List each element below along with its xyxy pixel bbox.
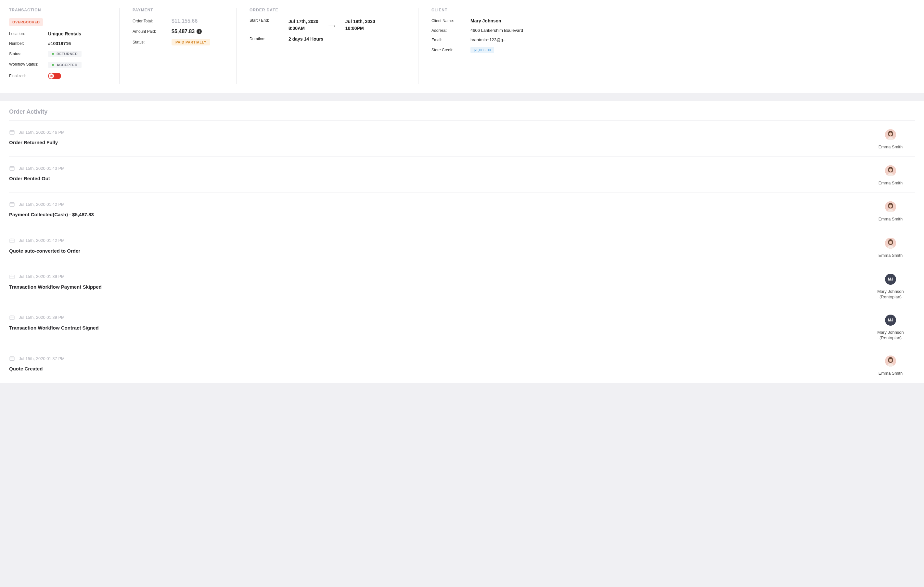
avatar[interactable] <box>885 165 896 176</box>
activity-user-name: Emma Smith <box>878 253 903 258</box>
activity-item: Jul 15th, 2020 01:39 PMTransaction Workf… <box>9 265 915 306</box>
activity-user-sub: (Rentopian) <box>879 294 902 299</box>
svg-point-42 <box>889 359 892 362</box>
calendar-icon <box>9 274 15 280</box>
activity-description: Payment Collected(Cash) - $5,487.83 <box>9 212 866 217</box>
activity-item: Jul 15th, 2020 01:37 PMQuote Created Emm… <box>9 347 915 383</box>
calendar-icon <box>9 355 15 361</box>
amount-paid-value: $5,487.83 <box>172 29 195 35</box>
start-date-block: Jul 17th, 2020 8:00AM <box>289 18 318 32</box>
calendar-icon <box>9 238 15 243</box>
location-value: Unique Rentals <box>48 31 81 36</box>
order-total-value: $11,155.66 <box>172 18 198 24</box>
activity-item: Jul 15th, 2020 01:46 PMOrder Returned Fu… <box>9 120 915 156</box>
start-end-label: Start / End: <box>249 18 289 23</box>
activity-user-name: Emma Smith <box>878 216 903 222</box>
duration-value: 2 days 14 Hours <box>289 36 323 41</box>
activity-description: Quote Created <box>9 366 866 372</box>
order-total-label: Order Total: <box>132 19 172 23</box>
amount-paid-value-wrap: $5,487.83 i <box>172 29 202 35</box>
start-date: Jul 17th, 2020 <box>289 18 318 25</box>
activity-item-left: Jul 15th, 2020 01:42 PMQuote auto-conver… <box>9 238 866 253</box>
end-date-block: Jul 19th, 2020 10:00PM <box>345 18 375 32</box>
status-badge: RETURNED <box>48 51 82 57</box>
svg-point-13 <box>889 168 892 172</box>
activity-item-left: Jul 15th, 2020 01:37 PMQuote Created <box>9 355 866 372</box>
activity-item-left: Jul 15th, 2020 01:46 PMOrder Returned Fu… <box>9 129 866 145</box>
client-section: CLIENT Client Name: Mary Johnson Address… <box>419 8 915 84</box>
activity-timestamp: Jul 15th, 2020 01:39 PM <box>19 274 64 279</box>
activity-user: MJMary Johnson(Rentopian) <box>866 315 915 340</box>
transaction-header: TRANSACTION <box>9 8 106 12</box>
activity-user-name: Mary Johnson <box>877 289 904 294</box>
activity-item-left: Jul 15th, 2020 01:39 PMTransaction Workf… <box>9 315 866 330</box>
client-header: CLIENT <box>431 8 902 12</box>
end-date: Jul 19th, 2020 <box>345 18 375 25</box>
avatar[interactable]: MJ <box>885 315 896 326</box>
avatar[interactable] <box>885 201 896 212</box>
finalized-toggle[interactable] <box>48 73 61 79</box>
calendar-icon <box>9 129 15 135</box>
activity-item: Jul 15th, 2020 01:43 PMOrder Rented Out … <box>9 156 915 192</box>
workflow-status-badge: ACCEPTED <box>48 62 82 68</box>
payment-status-badge: PAID PARTIALLY <box>172 39 210 46</box>
activity-item: Jul 15th, 2020 01:42 PMQuote auto-conver… <box>9 229 915 265</box>
activity-user: Emma Smith <box>866 129 915 150</box>
activity-user-name: Emma Smith <box>878 144 903 150</box>
close-icon <box>49 73 54 79</box>
activity-user: Emma Smith <box>866 165 915 186</box>
activity-description: Transaction Workflow Contract Signed <box>9 325 866 330</box>
start-time: 8:00AM <box>289 25 318 32</box>
activity-timestamp: Jul 15th, 2020 01:43 PM <box>19 166 64 171</box>
client-address-label: Address: <box>431 28 470 33</box>
svg-rect-32 <box>10 316 14 320</box>
activity-timestamp: Jul 15th, 2020 01:39 PM <box>19 315 64 320</box>
svg-point-20 <box>889 204 892 208</box>
avatar[interactable]: MJ <box>885 274 896 285</box>
activity-timestamp: Jul 15th, 2020 01:42 PM <box>19 238 64 243</box>
info-icon[interactable]: i <box>196 29 202 34</box>
activity-item: Jul 15th, 2020 01:42 PMPayment Collected… <box>9 192 915 229</box>
avatar[interactable] <box>885 238 896 249</box>
location-label: Location: <box>9 31 48 36</box>
workflow-status-value: ACCEPTED <box>56 63 78 67</box>
end-time: 10:00PM <box>345 25 375 32</box>
client-email-value: hrantmin+123@g... <box>470 37 507 42</box>
svg-point-6 <box>889 132 892 136</box>
activity-description: Quote auto-converted to Order <box>9 248 866 253</box>
svg-point-27 <box>889 241 892 244</box>
activity-item-left: Jul 15th, 2020 01:39 PMTransaction Workf… <box>9 274 866 289</box>
activity-user-sub: (Rentopian) <box>879 335 902 340</box>
activity-item-left: Jul 15th, 2020 01:43 PMOrder Rented Out <box>9 165 866 181</box>
activity-meta: Jul 15th, 2020 01:39 PM <box>9 315 866 321</box>
activity-user: MJMary Johnson(Rentopian) <box>866 274 915 299</box>
activity-timestamp: Jul 15th, 2020 01:37 PM <box>19 356 64 361</box>
svg-rect-36 <box>10 357 14 361</box>
activity-user-name: Emma Smith <box>878 180 903 186</box>
activity-meta: Jul 15th, 2020 01:43 PM <box>9 165 866 171</box>
svg-rect-7 <box>10 166 14 171</box>
order-date-header: ORDER DATE <box>249 8 405 12</box>
client-name-label: Client Name: <box>431 18 470 23</box>
activity-timestamp: Jul 15th, 2020 01:42 PM <box>19 202 64 207</box>
activity-timestamp: Jul 15th, 2020 01:46 PM <box>19 130 64 135</box>
avatar[interactable] <box>885 355 896 367</box>
avatar[interactable] <box>885 129 896 140</box>
status-value: RETURNED <box>56 52 78 56</box>
activity-description: Order Returned Fully <box>9 140 866 145</box>
payment-status-label: Status: <box>132 40 172 44</box>
svg-rect-14 <box>10 202 14 207</box>
calendar-icon <box>9 201 15 207</box>
order-activity-card: Order Activity Jul 15th, 2020 01:46 PMOr… <box>0 101 924 383</box>
workflow-status-label: Workflow Status: <box>9 62 48 67</box>
store-credit-label: Store Credit: <box>431 48 470 52</box>
client-email-label: Email: <box>431 38 470 42</box>
calendar-icon <box>9 315 15 321</box>
payment-section: PAYMENT Order Total: $11,155.66 Amount P… <box>120 8 236 84</box>
date-range: Jul 17th, 2020 8:00AM ⟶ Jul 19th, 2020 1… <box>289 18 375 32</box>
status-label: Status: <box>9 52 48 56</box>
number-value: #10319716 <box>48 41 71 46</box>
order-activity-title: Order Activity <box>9 109 915 115</box>
transaction-section: TRANSACTION OVERBOOKED Location: Unique … <box>9 8 120 84</box>
activity-item: Jul 15th, 2020 01:39 PMTransaction Workf… <box>9 306 915 347</box>
